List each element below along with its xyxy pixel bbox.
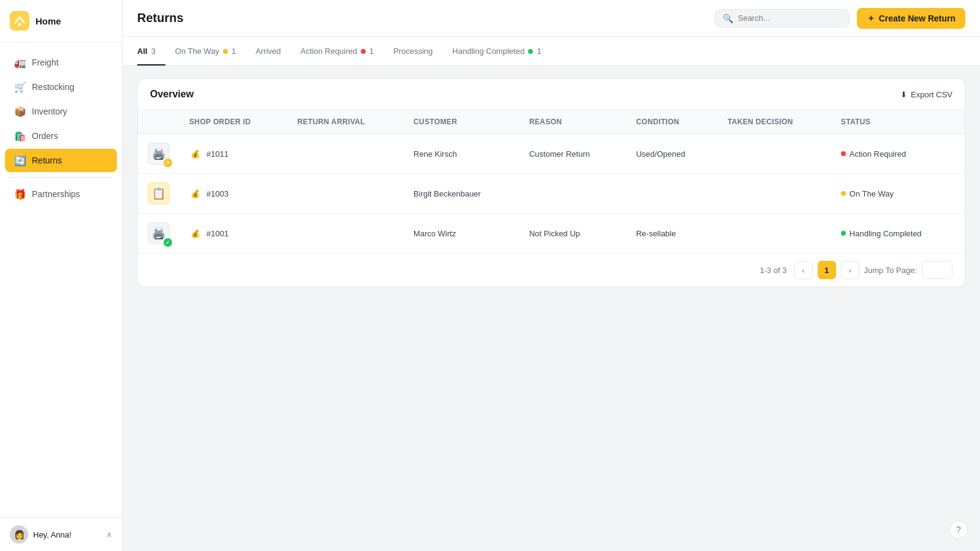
col-return-arrival: Return Arrival [287, 110, 404, 134]
create-btn-label: Create New Return [879, 13, 956, 23]
tab-all-count: 3 [151, 47, 156, 56]
row-customer: Rene Kirsch [404, 134, 519, 174]
export-csv-button[interactable]: ⬇ Export CSV [900, 90, 952, 99]
sidebar-item-label-returns: Returns [32, 156, 62, 165]
svg-rect-0 [10, 11, 29, 31]
app-name: Home [36, 16, 61, 26]
row-status: Action Required [831, 134, 965, 174]
overview-card: Overview ⬇ Export CSV Shop Order ID Retu… [137, 78, 965, 287]
partnerships-icon: 🎁 [15, 189, 26, 200]
pagination-range: 1-3 of 3 [760, 266, 786, 275]
table-row[interactable]: 🖨️✓💰#1001Marco WirtzNot Picked UpRe-sell… [138, 214, 965, 253]
status-dot [841, 231, 846, 236]
pagination-next-button[interactable]: › [841, 261, 859, 279]
tab-processing-label: Processing [393, 47, 432, 56]
table-container: Shop Order ID Return Arrival Customer Re… [138, 110, 965, 253]
sidebar-item-inventory[interactable]: 📦 Inventory [5, 100, 117, 123]
row-reason [519, 174, 626, 214]
table-header-row: Shop Order ID Return Arrival Customer Re… [138, 110, 965, 134]
tab-all-label: All [137, 47, 148, 56]
on-the-way-dot [223, 49, 228, 54]
tab-handling-completed-label: Handling Completed [453, 47, 525, 56]
row-return-arrival [287, 174, 404, 214]
sidebar-item-freight[interactable]: 🚛 Freight [5, 51, 117, 74]
sidebar-item-orders[interactable]: 🛍️ Orders [5, 124, 117, 148]
order-icon: 💰 [189, 227, 202, 239]
tab-arrived-label: Arrived [255, 47, 281, 56]
orders-icon: 🛍️ [15, 130, 26, 141]
order-icon: 💰 [189, 187, 202, 200]
search-box[interactable]: 🔍 [715, 9, 850, 28]
product-thumbnail: 🖨️⟳ [148, 143, 170, 165]
row-condition [626, 174, 717, 214]
row-return-arrival [287, 214, 404, 253]
product-thumbnail: 📋 [148, 182, 170, 204]
sidebar-item-label-partnerships: Partnerships [32, 189, 80, 199]
sidebar-item-label-orders: Orders [32, 131, 58, 141]
search-icon: 🔍 [723, 13, 733, 23]
table-row[interactable]: 🖨️⟳💰#1011Rene KirschCustomer ReturnUsed/… [138, 134, 965, 174]
sidebar-item-returns[interactable]: 🔄 Returns [5, 149, 117, 172]
search-input[interactable] [738, 13, 842, 23]
freight-icon: 🚛 [15, 57, 26, 68]
row-status: On The Way [831, 174, 965, 214]
jump-to-page-input[interactable] [922, 261, 952, 279]
pagination: 1-3 of 3 ‹ 1 › Jump To Page: [138, 253, 965, 287]
row-shop-order-id: 💰#1003 [179, 174, 287, 214]
chevron-up-icon: ∧ [107, 530, 112, 539]
sidebar-nav: 🚛 Freight 🛒 Restocking 📦 Inventory 🛍️ Or… [0, 42, 122, 517]
row-customer: Birgit Beckenbauer [404, 174, 519, 214]
tab-all[interactable]: All 3 [137, 37, 165, 66]
row-thumb-cell: 📋 [138, 174, 179, 214]
tab-action-required[interactable]: Action Required 1 [291, 37, 384, 66]
row-taken-decision [718, 174, 831, 214]
sidebar-divider [10, 177, 112, 178]
order-id-text: #1001 [206, 229, 228, 238]
restocking-icon: 🛒 [15, 81, 26, 92]
create-new-return-button[interactable]: ＋ Create New Return [857, 8, 965, 29]
pagination-page-1-button[interactable]: 1 [818, 261, 836, 279]
sidebar-footer: 👩 Hey, Anna! ∧ [0, 517, 122, 551]
tab-handling-completed[interactable]: Handling Completed 1 [443, 37, 551, 66]
order-id-text: #1003 [206, 189, 228, 198]
row-thumb-cell: 🖨️✓ [138, 214, 179, 253]
sidebar: Home 🚛 Freight 🛒 Restocking 📦 Inventory … [0, 0, 123, 551]
pagination-prev-button[interactable]: ‹ [794, 261, 813, 279]
col-reason: Reason [519, 110, 626, 134]
col-taken-decision: Taken Decision [718, 110, 831, 134]
help-button[interactable]: ? [949, 520, 968, 539]
returns-icon: 🔄 [15, 155, 26, 166]
user-info[interactable]: 👩 Hey, Anna! [10, 525, 72, 544]
row-shop-order-id: 💰#1001 [179, 214, 287, 253]
tabs-bar: All 3 On The Way 1 Arrived Action Requir… [123, 37, 980, 66]
thumb-overlay: ✓ [163, 238, 173, 247]
tab-arrived[interactable]: Arrived [246, 37, 290, 66]
handling-completed-dot [528, 49, 533, 54]
tab-handling-completed-count: 1 [537, 47, 541, 56]
row-status: Handling Completed [831, 214, 965, 253]
order-id-text: #1011 [206, 149, 228, 159]
sidebar-item-partnerships[interactable]: 🎁 Partnerships [5, 182, 117, 206]
content-area: Overview ⬇ Export CSV Shop Order ID Retu… [123, 66, 980, 551]
col-customer: Customer [404, 110, 519, 134]
inventory-icon: 📦 [15, 106, 26, 117]
plus-icon: ＋ [867, 13, 875, 24]
status-text: Action Required [850, 149, 907, 159]
app-logo-icon [10, 11, 29, 31]
col-thumb [138, 110, 179, 134]
download-icon: ⬇ [900, 90, 907, 99]
col-status: Status [831, 110, 965, 134]
row-reason: Customer Return [519, 134, 626, 174]
table-row[interactable]: 📋💰#1003Birgit BeckenbauerOn The Way [138, 174, 965, 214]
returns-tbody: 🖨️⟳💰#1011Rene KirschCustomer ReturnUsed/… [138, 134, 965, 253]
tab-action-required-label: Action Required [301, 47, 358, 56]
row-condition: Used/Opened [626, 134, 717, 174]
sidebar-item-restocking[interactable]: 🛒 Restocking [5, 75, 117, 99]
svg-point-1 [18, 23, 21, 26]
status-dot [841, 191, 846, 196]
tab-processing[interactable]: Processing [383, 37, 442, 66]
sidebar-logo: Home [0, 0, 122, 42]
main-content: Returns 🔍 ＋ Create New Return All 3 On T… [123, 0, 980, 551]
sidebar-item-label-freight: Freight [32, 58, 59, 67]
tab-on-the-way[interactable]: On The Way 1 [165, 37, 246, 66]
